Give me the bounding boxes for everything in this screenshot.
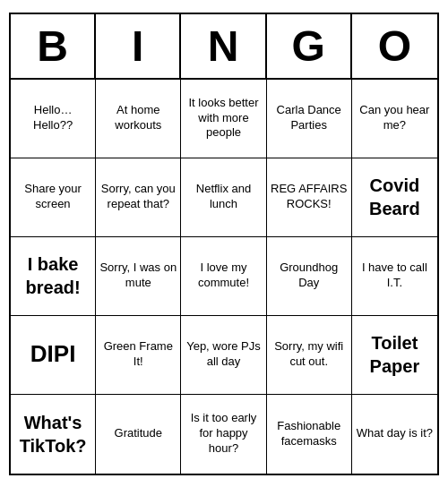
bingo-cell-4: Can you hear me? xyxy=(352,80,437,158)
bingo-letter-i: I xyxy=(96,14,181,78)
bingo-header: BINGO xyxy=(11,14,437,80)
bingo-cell-14: I have to call I.T. xyxy=(352,237,437,316)
bingo-letter-b: B xyxy=(11,14,96,78)
bingo-cell-13: Groundhog Day xyxy=(267,237,352,316)
bingo-cell-24: What day is it? xyxy=(352,395,437,474)
bingo-cell-23: Fashionable facemasks xyxy=(267,395,352,474)
bingo-cell-7: Netflix and lunch xyxy=(181,158,266,237)
bingo-cell-20: What's TikTok? xyxy=(11,395,96,474)
bingo-cell-15: DIPI xyxy=(11,316,96,395)
bingo-cell-19: Toilet Paper xyxy=(352,316,437,395)
bingo-cell-3: Carla Dance Parties xyxy=(267,80,352,158)
bingo-cell-9: Covid Beard xyxy=(352,158,437,237)
bingo-letter-o: O xyxy=(352,14,437,78)
bingo-cell-11: Sorry, I was on mute xyxy=(96,237,181,316)
bingo-grid: Hello… Hello??At home workoutsIt looks b… xyxy=(11,80,437,474)
bingo-cell-2: It looks better with more people xyxy=(181,80,266,158)
bingo-cell-21: Gratitude xyxy=(96,395,181,474)
bingo-cell-6: Sorry, can you repeat that? xyxy=(96,158,181,237)
bingo-cell-5: Share your screen xyxy=(11,158,96,237)
bingo-cell-18: Sorry, my wifi cut out. xyxy=(267,316,352,395)
bingo-cell-12: I love my commute! xyxy=(181,237,266,316)
bingo-cell-10: I bake bread! xyxy=(11,237,96,316)
bingo-cell-22: Is it too early for happy hour? xyxy=(181,395,266,474)
bingo-cell-1: At home workouts xyxy=(96,80,181,158)
bingo-letter-n: N xyxy=(181,14,266,78)
bingo-letter-g: G xyxy=(267,14,352,78)
bingo-cell-16: Green Frame It! xyxy=(96,316,181,395)
bingo-card: BINGO Hello… Hello??At home workoutsIt l… xyxy=(9,13,439,475)
bingo-cell-0: Hello… Hello?? xyxy=(11,80,96,158)
bingo-cell-17: Yep, wore PJs all day xyxy=(181,316,266,395)
bingo-cell-8: REG AFFAIRS ROCKS! xyxy=(267,158,352,237)
